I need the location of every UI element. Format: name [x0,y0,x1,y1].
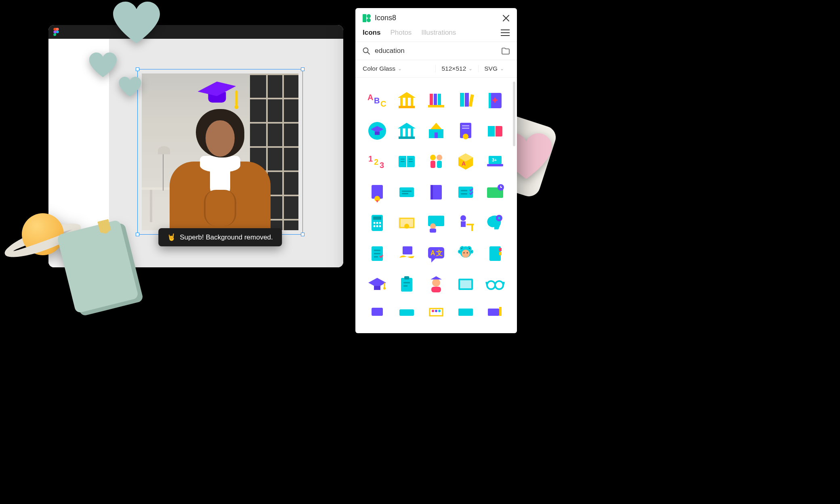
bank-icon[interactable] [396,90,417,111]
svg-text:3+: 3+ [492,158,497,162]
heart-teal-small-icon [118,77,142,97]
figma-titlebar [48,25,343,39]
tab-icons[interactable]: Icons [363,29,380,37]
abc-block-icon[interactable]: A [455,151,476,172]
icons8-plugin-panel: Icons8 Icons Photos Illustrations Color … [355,8,517,333]
svg-rect-45 [437,161,442,168]
svg-text:A: A [368,93,373,102]
diploma-icon[interactable] [455,120,476,141]
format-filter-dropdown[interactable]: SVG⌄ [478,65,510,72]
svg-rect-26 [400,128,403,136]
svg-text:C: C [380,99,386,108]
svg-rect-43 [430,161,435,168]
tablet-icon[interactable] [455,274,476,295]
glasses-icon[interactable] [485,274,506,295]
einstein-icon[interactable] [455,243,476,264]
close-icon[interactable] [502,15,510,22]
books-stack-icon[interactable] [455,90,476,111]
svg-rect-59 [458,187,473,198]
chevron-down-icon: ⌄ [468,66,472,71]
student-desk-icon[interactable] [455,212,476,233]
svg-rect-10 [405,98,408,106]
svg-rect-14 [434,94,437,105]
svg-point-105 [487,281,495,289]
numbers-123-icon[interactable]: 123 [367,151,388,172]
svg-point-0 [56,31,59,34]
scrollbar[interactable] [513,82,515,146]
svg-point-72 [404,224,409,229]
certificate-icon[interactable] [396,212,417,233]
svg-marker-8 [398,92,416,98]
clipboard-icon[interactable] [396,274,417,295]
children-icon[interactable] [426,151,447,172]
svg-rect-27 [405,128,408,136]
svg-rect-17 [460,93,464,107]
graduation-cap-circle-icon[interactable] [367,120,388,141]
svg-marker-101 [430,276,442,279]
student-grad-icon[interactable] [426,274,447,295]
resize-handle-tl[interactable] [136,67,139,71]
menu-icon[interactable] [501,29,510,36]
pencil-book-icon[interactable] [485,304,506,326]
tab-photos[interactable]: Photos [390,29,412,37]
canvas-photo[interactable] [142,74,298,230]
heart-teal-medium-icon [89,52,117,78]
language-chat-icon[interactable]: A文 [426,243,447,264]
board-clock-icon[interactable] [485,182,506,203]
svg-rect-113 [458,309,473,316]
abc-icon[interactable]: ABC [367,90,388,111]
abacus-icon[interactable] [426,304,447,326]
folder-icon[interactable] [502,47,510,55]
svg-point-90 [463,252,464,254]
brain-gear-icon[interactable] [485,212,506,233]
university-icon[interactable] [396,120,417,141]
open-textbook-icon[interactable] [396,151,417,172]
panel-tabs: Icons Photos Illustrations [355,26,517,42]
books-shelf-icon[interactable] [426,90,447,111]
size-filter-dropdown[interactable]: 512×512⌄ [435,65,478,72]
teacher-icon[interactable] [426,212,447,233]
svg-rect-35 [462,128,469,129]
resize-handle-bl[interactable] [136,233,139,236]
school-building-icon[interactable] [426,120,447,141]
calculator-icon[interactable] [367,212,388,233]
svg-rect-93 [499,248,502,251]
board-result-icon[interactable] [455,304,476,326]
open-book-icon[interactable] [485,120,506,141]
tab-illustrations[interactable]: Illustrations [421,29,456,37]
svg-rect-78 [466,224,474,225]
svg-rect-34 [462,125,469,126]
folder-result-icon[interactable] [396,304,417,326]
svg-rect-19 [468,94,474,107]
svg-point-89 [462,250,470,258]
svg-point-36 [463,134,468,139]
icon-results-grid: ABC 123 A 3+ [355,78,517,332]
book-closed-icon[interactable] [426,182,447,203]
notebook-plus-icon[interactable] [485,90,506,111]
svg-rect-9 [400,98,403,106]
svg-point-68 [376,225,378,227]
laptop-learning-icon[interactable]: 3+ [485,151,506,172]
notebook-tabs-icon[interactable] [485,243,506,264]
svg-point-76 [460,215,466,221]
book-purple-icon[interactable] [367,304,388,326]
card-horizontal-icon[interactable] [396,182,417,203]
task-list-icon[interactable] [367,243,388,264]
hand-book-icon[interactable] [396,243,417,264]
icons8-logo-icon [363,14,371,22]
graduation-cap-icon[interactable] [367,274,388,295]
resize-handle-br[interactable] [301,233,304,236]
svg-rect-94 [499,252,502,255]
search-input[interactable] [375,47,497,55]
svg-text:文: 文 [436,250,443,256]
svg-point-2 [367,14,371,18]
book-ribbon-icon[interactable] [367,182,388,203]
graduation-cap-overlay-icon[interactable] [198,82,236,106]
resize-handle-tr[interactable] [301,67,304,71]
heart-teal-large-icon [112,2,161,44]
checklist-icon[interactable] [455,182,476,203]
selection-frame[interactable]: 🤘 Superb! Background removed. [137,69,303,235]
svg-point-112 [438,310,441,312]
svg-text:3: 3 [380,161,384,170]
style-filter-dropdown[interactable]: Color Glass⌄ [363,65,435,72]
